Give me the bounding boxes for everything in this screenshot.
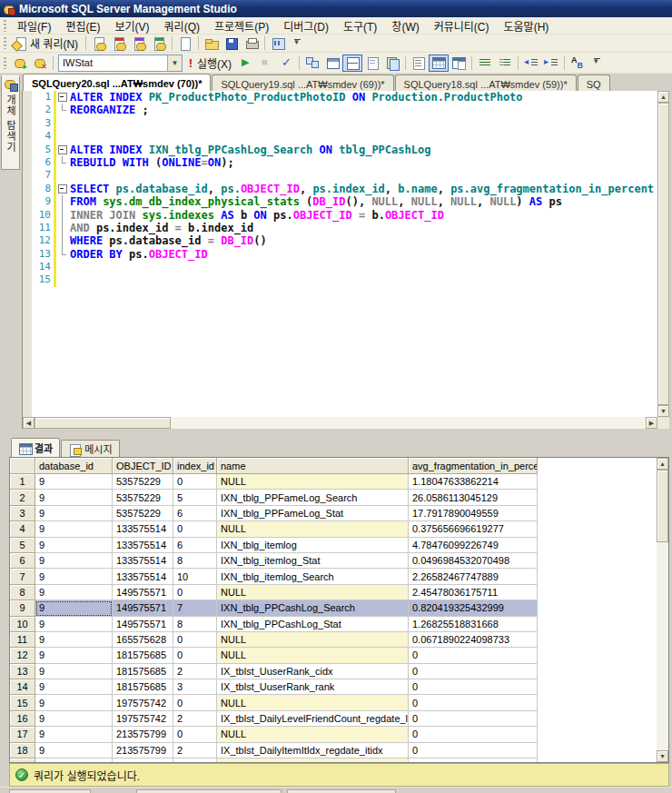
editor-vertical-scrollbar[interactable]: ▲ ▼ (657, 91, 669, 417)
grid-cell[interactable]: 0.0496984532070498 (409, 553, 538, 569)
row-number-cell[interactable]: 8 (10, 585, 35, 600)
grid-cell[interactable]: 9 (35, 743, 113, 758)
menu-item-2[interactable]: 보기(V) (107, 16, 156, 35)
document-tab-1[interactable]: SQLQuery20.sql ...AT₩smdev (70))* (23, 74, 211, 91)
grid-cell[interactable]: IX_tblst_UuserRank_rank (217, 679, 409, 695)
comment-selection-button[interactable] (475, 55, 495, 72)
results-tab-results[interactable]: 결과 (11, 438, 60, 457)
menu-item-8[interactable]: 커뮤니티(C) (427, 16, 497, 35)
grid-cell[interactable]: NULL (217, 758, 409, 762)
fold-collapse-icon[interactable] (56, 91, 68, 104)
grid-cell[interactable]: 0 (173, 648, 217, 663)
grid-cell[interactable]: 1.18047633862214 (409, 474, 538, 490)
grid-cell[interactable]: IXN_tblg_PPCashLog_Search (217, 600, 409, 616)
grid-cell[interactable]: 9 (35, 758, 113, 762)
editor-vscroll-thumb[interactable] (657, 103, 669, 405)
change-connection-button[interactable] (30, 55, 50, 72)
grid-cell[interactable]: 2.45478036175711 (409, 585, 538, 600)
code-line-6[interactable]: 6REBUILD WITH (ONLINE=ON); (23, 156, 657, 169)
row-number-cell[interactable]: 2 (10, 490, 35, 505)
code-line-11[interactable]: 11AND ps.index_id = b.index_id (23, 222, 657, 234)
grid-cell[interactable]: 0 (173, 695, 217, 710)
grid-cell[interactable]: NULL (217, 585, 409, 600)
code-area[interactable]: 1ALTER INDEX PK_ProductPhoto_ProductPhot… (23, 91, 657, 417)
save-button[interactable] (222, 35, 242, 52)
code-line-8[interactable]: 8SELECT ps.database_id, ps.OBJECT_ID, ps… (23, 183, 657, 195)
grid-cell[interactable]: 2 (173, 664, 217, 679)
grid-cell[interactable]: 2 (173, 711, 217, 727)
code-line-1[interactable]: 1ALTER INDEX PK_ProductPhoto_ProductPhot… (23, 91, 657, 104)
grid-cell[interactable]: 2.26582467747889 (409, 569, 538, 584)
standard-toolbar-grip[interactable] (4, 37, 6, 49)
grid-cell[interactable]: 9 (35, 617, 113, 632)
grid-column-header-avg_fragmentation_in_percent[interactable]: avg_fragmentation_in_percent (409, 458, 538, 474)
grid-cell[interactable]: 4.78476099226749 (409, 538, 538, 553)
analysis-mdx-query-button[interactable] (109, 35, 129, 52)
grid-cell[interactable]: 5 (173, 490, 217, 505)
editor-results-splitter[interactable] (0, 429, 672, 437)
row-number-cell[interactable]: 14 (10, 679, 35, 695)
code-line-3[interactable]: 3 (23, 117, 657, 130)
grid-cell[interactable]: IXN_tblg_PPCashLog_Stat (217, 617, 409, 632)
grid-cell[interactable]: NULL (217, 474, 409, 490)
scroll-down-arrow-icon[interactable]: ▼ (657, 405, 669, 417)
row-number-cell[interactable]: 19 (10, 758, 35, 762)
grid-cell[interactable]: 9 (35, 521, 113, 537)
dta-analyze-button[interactable] (382, 55, 402, 72)
toolbar-overflow-button[interactable] (288, 35, 308, 52)
row-number-cell[interactable]: 9 (10, 600, 35, 616)
results-pane-toggle-button[interactable] (342, 55, 362, 72)
menubar-grip[interactable] (4, 20, 6, 32)
object-explorer-collapsed-tab[interactable]: 개체 탐색기 (1, 75, 20, 170)
grid-cell[interactable]: 0 (173, 758, 217, 762)
combo-dropdown-icon[interactable]: ▼ (167, 55, 182, 71)
grid-cell[interactable]: 181575685 (113, 648, 173, 663)
row-number-cell[interactable]: 15 (10, 695, 35, 710)
results-to-grid-button[interactable] (429, 55, 449, 72)
grid-cell[interactable]: 26.0586113045129 (409, 490, 538, 505)
grid-cell[interactable]: 9 (35, 632, 113, 648)
grid-cell[interactable]: IXN_tblg_PPFameLog_Search (217, 490, 409, 505)
grid-column-header-OBJECT_ID[interactable]: OBJECT_ID (113, 458, 173, 474)
grid-cell[interactable]: 229575856 (113, 758, 173, 762)
menu-item-7[interactable]: 창(W) (384, 16, 426, 35)
results-to-file-button[interactable] (449, 55, 469, 72)
row-number-cell[interactable]: 4 (10, 521, 35, 537)
row-number-cell[interactable]: 5 (10, 538, 35, 553)
grid-cell[interactable]: 9 (35, 506, 113, 521)
grid-cell[interactable]: NULL (217, 695, 409, 710)
query-designer-button[interactable] (322, 55, 342, 72)
grid-scroll-up-arrow-icon[interactable]: ▲ (657, 458, 668, 470)
grid-cell[interactable]: 9 (35, 648, 113, 663)
menu-item-1[interactable]: 편집(E) (58, 16, 107, 35)
new-query-button[interactable]: 새 쿼리(N) (10, 35, 83, 52)
grid-cell[interactable]: 0.0671890224098733 (409, 632, 538, 648)
grid-cell[interactable]: 0 (409, 711, 538, 727)
code-line-7[interactable]: 7 (23, 169, 657, 182)
grid-cell[interactable]: 8 (173, 617, 217, 632)
grid-cell[interactable]: 9 (35, 538, 113, 553)
scroll-up-arrow-icon[interactable]: ▲ (657, 91, 669, 103)
grid-cell[interactable]: 9 (35, 664, 113, 679)
grid-cell[interactable]: 6 (173, 538, 217, 553)
analysis-xmla-query-button[interactable] (149, 35, 169, 52)
code-line-10[interactable]: 10INNER JOIN sys.indexes AS b ON ps.OBJE… (23, 209, 657, 222)
grid-cell[interactable]: 181575685 (113, 664, 173, 679)
decrease-indent-button[interactable] (521, 55, 541, 72)
row-number-cell[interactable]: 13 (10, 664, 35, 679)
grid-cell[interactable]: 0 (173, 585, 217, 600)
grid-cell[interactable]: IXN_tblg_itemlog_Search (217, 569, 409, 584)
row-number-cell[interactable]: 11 (10, 632, 35, 648)
analysis-dmx-query-button[interactable] (129, 35, 149, 52)
grid-cell[interactable]: 133575514 (113, 569, 173, 584)
grid-cell[interactable]: NULL (217, 521, 409, 537)
menu-item-4[interactable]: 프로젝트(P) (207, 16, 276, 35)
grid-cell[interactable]: IX_tblst_DailyLevelFriendCount_regdate_l… (217, 711, 409, 727)
grid-cell[interactable]: 0 (409, 727, 538, 742)
grid-cell[interactable]: 149575571 (113, 617, 173, 632)
editor-hscroll-thumb[interactable] (35, 417, 171, 429)
grid-cell[interactable]: 0 (409, 679, 538, 695)
code-line-13[interactable]: 13ORDER BY ps.OBJECT_ID (23, 248, 657, 261)
row-number-cell[interactable]: 10 (10, 617, 35, 632)
print-button[interactable] (242, 35, 262, 52)
